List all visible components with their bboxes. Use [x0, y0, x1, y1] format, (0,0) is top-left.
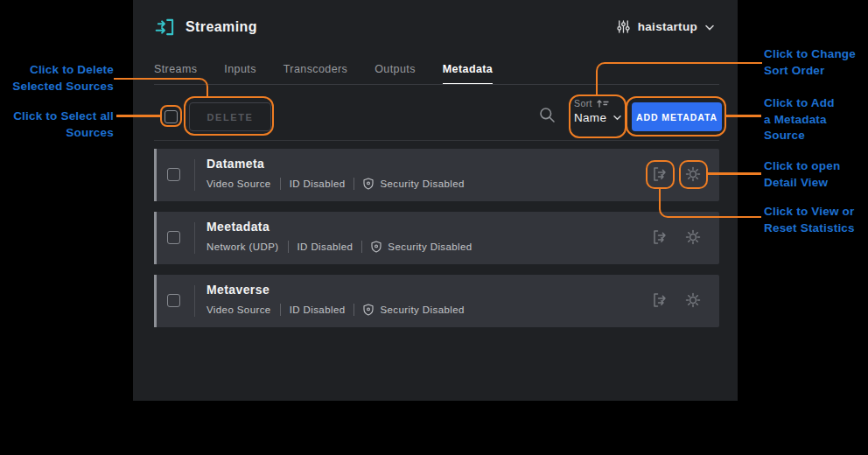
metadata-row-metaverse[interactable]: Metaverse Video Source ID Disabled Secur…	[154, 275, 719, 327]
streaming-app-panel: Streaming haistartup Streams Inputs Tran…	[133, 0, 738, 401]
annotation-sort-order: Click to Change Sort Order	[764, 46, 856, 79]
annotation-add-metadata: Click to Add a Metadata Source	[764, 95, 835, 144]
separator	[354, 178, 354, 190]
tab-inputs[interactable]: Inputs	[224, 63, 256, 85]
row-divider	[194, 159, 195, 191]
connector-statistics	[659, 189, 761, 218]
separator	[288, 241, 289, 253]
security-status: Security Disabled	[380, 304, 464, 315]
tab-transcoders[interactable]: Transcoders	[284, 63, 347, 85]
row-title: Datameta	[206, 157, 264, 171]
source-type: Video Source	[206, 178, 271, 189]
source-type: Network (UDP)	[206, 242, 279, 252]
page-title: Streaming	[186, 19, 257, 35]
row-title: Metaverse	[206, 283, 270, 297]
separator	[280, 178, 281, 190]
list-divider	[154, 140, 719, 141]
connector-delete	[114, 78, 208, 96]
row-accent-bar	[154, 275, 157, 327]
statistics-icon[interactable]	[650, 228, 669, 247]
shield-icon	[363, 304, 374, 316]
sliders-icon	[616, 19, 631, 34]
connector-detail-view	[708, 172, 761, 175]
row-accent-bar	[154, 212, 157, 264]
streaming-logo-icon	[154, 16, 177, 38]
annotation-detail-view: Click to open Detail View	[764, 158, 840, 191]
tab-outputs[interactable]: Outputs	[374, 63, 416, 85]
separator	[280, 304, 281, 316]
shield-icon	[363, 178, 374, 190]
row-subtitle: Video Source ID Disabled Security Disabl…	[206, 178, 465, 190]
gear-icon[interactable]	[683, 290, 703, 310]
tab-metadata[interactable]: Metadata	[443, 63, 493, 85]
metadata-row-meetadata[interactable]: Meetadata Network (UDP) ID Disabled Secu…	[154, 212, 719, 264]
id-status: ID Disabled	[290, 178, 346, 189]
separator	[361, 241, 362, 253]
security-status: Security Disabled	[380, 178, 464, 189]
gear-icon[interactable]	[683, 228, 703, 247]
search-icon[interactable]	[538, 106, 556, 124]
security-status: Security Disabled	[388, 242, 472, 252]
row-checkbox[interactable]	[167, 168, 180, 181]
row-checkbox[interactable]	[167, 294, 180, 307]
highlight-gear-icon	[679, 160, 708, 189]
connector-select-all	[116, 115, 160, 117]
row-checkbox[interactable]	[167, 231, 180, 244]
highlight-select-all-checkbox	[160, 105, 182, 127]
tutorial-screenshot: Streaming haistartup Streams Inputs Tran…	[0, 0, 868, 455]
highlight-sort-dropdown	[569, 94, 626, 138]
id-status: ID Disabled	[290, 304, 346, 315]
id-status: ID Disabled	[298, 242, 354, 252]
highlight-statistics-icon	[646, 160, 675, 189]
row-divider	[194, 222, 195, 254]
separator	[354, 304, 354, 316]
annotation-select-all: Click to Select all Sources	[0, 108, 114, 141]
annotation-statistics: Click to View or Reset Statistics	[764, 204, 855, 236]
row-subtitle: Network (UDP) ID Disabled Security Disab…	[206, 241, 472, 253]
account-name: haistartup	[638, 20, 697, 33]
connector-sort	[596, 62, 762, 94]
row-divider	[194, 285, 195, 317]
connector-add-metadata	[726, 115, 761, 117]
shield-icon	[371, 241, 382, 253]
account-menu[interactable]: haistartup	[616, 19, 715, 34]
statistics-icon[interactable]	[650, 290, 669, 310]
app-header: Streaming	[154, 16, 257, 38]
row-accent-bar	[154, 149, 157, 201]
highlight-add-metadata-button	[626, 96, 726, 136]
highlight-delete-button	[184, 96, 274, 136]
chevron-down-icon	[704, 24, 715, 32]
row-title: Meetadata	[206, 220, 270, 234]
source-type: Video Source	[206, 304, 271, 315]
row-subtitle: Video Source ID Disabled Security Disabl…	[206, 304, 465, 316]
annotation-delete-selected: Click to Delete Selected Sources	[0, 62, 114, 94]
metadata-row-datameta[interactable]: Datameta Video Source ID Disabled Securi…	[154, 149, 719, 201]
